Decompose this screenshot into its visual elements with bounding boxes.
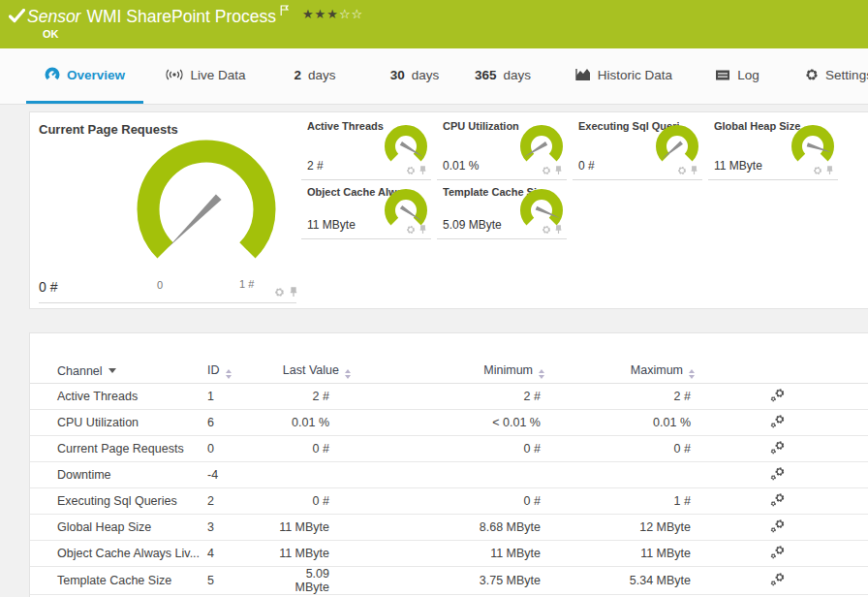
- channel-settings-gears-icon[interactable]: [770, 388, 785, 405]
- channel-name[interactable]: Downtime: [30, 462, 207, 488]
- column-header-channel[interactable]: Channel: [30, 360, 207, 384]
- channel-settings-gears-icon[interactable]: [770, 440, 785, 457]
- table-row: CPU Utilization 6 0.01 % < 0.01 % 0.01 %: [30, 410, 868, 436]
- column-header-id[interactable]: ID: [207, 360, 270, 384]
- sensor-header: SensorWMI SharePoint Process ★★★☆☆ OK: [0, 0, 868, 48]
- status-badge: OK: [43, 28, 59, 40]
- flag-icon[interactable]: [280, 5, 289, 16]
- gauge-tile-global-heap-size: Global Heap Size 11 MByte: [708, 118, 838, 180]
- last-value: 11 MByte: [270, 541, 355, 567]
- last-value: [270, 462, 355, 488]
- tab-30-days[interactable]: 30days: [381, 48, 449, 101]
- column-header-last-value[interactable]: Last Value: [270, 360, 355, 384]
- gear-icon[interactable]: [813, 166, 822, 175]
- mini-gauge: [516, 121, 567, 172]
- tile-value: 11 MByte: [714, 159, 762, 173]
- table-row: Downtime -4: [30, 462, 868, 488]
- channel-table: Channel ID Last Value Minimum Maximum Ac…: [30, 360, 868, 597]
- sensor-name: WMI SharePoint Process: [86, 7, 275, 26]
- table-row: Active Threads 1 2 # 2 # 2 #: [30, 384, 868, 410]
- channel-settings-gears-icon[interactable]: [770, 466, 785, 484]
- channel-name[interactable]: Executing Sql Queries: [30, 488, 207, 515]
- channel-settings-gears-icon[interactable]: [770, 545, 785, 562]
- tab-historic-data[interactable]: Historic Data: [570, 48, 678, 101]
- channel-id: 4: [207, 541, 270, 567]
- channel-id: -4: [207, 462, 270, 488]
- table-row: Template Cache Size 5 5.09 MByte 3.75 MB…: [30, 567, 868, 595]
- area-chart-icon: [575, 68, 591, 81]
- mini-gauge: [652, 121, 702, 172]
- tab-settings[interactable]: Settings: [810, 48, 868, 101]
- main-gauge-scale-max: 1 #: [239, 278, 254, 290]
- pin-icon[interactable]: [418, 166, 427, 175]
- channel-settings-gears-icon[interactable]: [770, 572, 785, 589]
- sort-desc-icon: [108, 368, 116, 373]
- tab-2-days[interactable]: 2days: [281, 48, 349, 101]
- last-value: 0.01 %: [270, 410, 355, 436]
- channel-name[interactable]: Object Cache Always Liv...: [30, 541, 207, 567]
- gear-icon: [805, 68, 819, 81]
- pin-icon[interactable]: [554, 166, 563, 175]
- channel-name[interactable]: Active Threads: [30, 384, 207, 410]
- sensor-type-label: Sensor: [27, 7, 80, 26]
- minimum-value: 3.75 MByte: [355, 567, 548, 595]
- maximum-value: 5.34 MByte: [548, 567, 698, 595]
- channel-id: 5: [207, 567, 270, 595]
- minimum-value: < 0.01 %: [355, 410, 548, 436]
- tab-365-days[interactable]: 365days: [467, 48, 539, 101]
- channel-name[interactable]: Global Heap Size: [30, 515, 207, 541]
- gear-icon[interactable]: [406, 225, 416, 235]
- maximum-value: [548, 462, 698, 488]
- gauge-tile-object-cache-always-live: Object Cache Always L... 11 MByte: [301, 184, 431, 239]
- pin-icon[interactable]: [418, 225, 427, 235]
- tab-label: Live Data: [190, 68, 245, 82]
- tile-value: 0 #: [578, 159, 595, 173]
- sort-icon: [345, 369, 351, 379]
- channel-name[interactable]: CPU Utilization: [30, 410, 207, 436]
- mini-gauge: [788, 121, 838, 172]
- column-header-maximum[interactable]: Maximum: [548, 360, 698, 384]
- mini-gauge: [381, 121, 431, 172]
- gear-icon[interactable]: [542, 166, 551, 175]
- pin-icon[interactable]: [690, 166, 698, 175]
- gear-icon[interactable]: [274, 287, 285, 298]
- table-row: Current Page Requests 0 0 # 0 # 0 #: [30, 436, 868, 462]
- column-header-minimum[interactable]: Minimum: [355, 360, 548, 384]
- maximum-value: 0.01 %: [548, 410, 698, 436]
- channels-panel: Channel ID Last Value Minimum Maximum Ac…: [29, 332, 868, 597]
- sort-icon: [539, 369, 544, 379]
- pin-icon[interactable]: [554, 225, 563, 235]
- channel-settings-gears-icon[interactable]: [770, 518, 785, 536]
- table-row: Global Heap Size 3 11 MByte 8.68 MByte 1…: [30, 515, 868, 541]
- table-row: Executing Sql Queries 2 0 # 0 # 1 #: [30, 488, 868, 515]
- main-gauge: [129, 132, 284, 287]
- tab-overview[interactable]: Overview: [26, 48, 143, 104]
- gear-icon[interactable]: [677, 166, 687, 175]
- gauge-tile-executing-sql-queries: Executing Sql Queries 0 #: [573, 118, 702, 180]
- maximum-value: 12 MByte: [548, 515, 698, 541]
- priority-stars[interactable]: ★★★☆☆: [302, 7, 363, 21]
- gear-icon[interactable]: [406, 166, 416, 175]
- maximum-value: 0 #: [548, 436, 698, 462]
- tab-live-data[interactable]: Live Data: [160, 48, 252, 101]
- tile-value: 2 #: [307, 159, 324, 173]
- channel-settings-gears-icon[interactable]: [770, 492, 785, 510]
- page-title: SensorWMI SharePoint Process ★★★☆☆: [27, 5, 363, 27]
- pin-icon[interactable]: [289, 287, 298, 298]
- broadcast-icon: [166, 68, 183, 81]
- minimum-value: [355, 462, 548, 488]
- tab-label: Historic Data: [598, 68, 672, 82]
- channel-id: 0: [207, 436, 270, 462]
- pin-icon[interactable]: [825, 166, 834, 175]
- maximum-value: 1 #: [548, 488, 698, 515]
- channel-settings-gears-icon[interactable]: [770, 414, 785, 431]
- sort-icon: [226, 369, 232, 379]
- tile-value: 5.09 MByte: [443, 218, 502, 232]
- gear-icon[interactable]: [542, 225, 551, 235]
- channel-id: 2: [207, 488, 270, 515]
- channel-name[interactable]: Current Page Requests: [30, 436, 207, 462]
- minimum-value: 0 #: [355, 436, 548, 462]
- channel-name[interactable]: Template Cache Size: [30, 567, 207, 595]
- tab-log[interactable]: Log: [707, 48, 767, 101]
- minimum-value: 8.68 MByte: [355, 515, 548, 541]
